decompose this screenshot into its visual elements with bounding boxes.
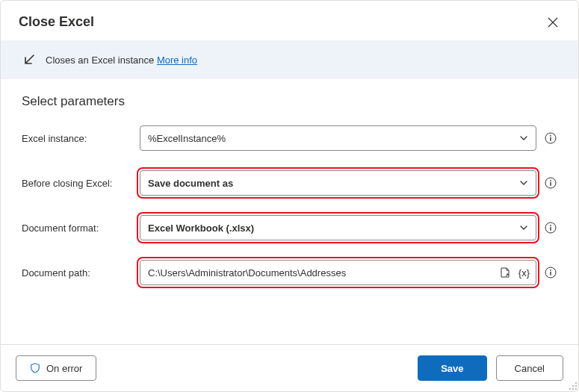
- row-document-format: Document format: Excel Workbook (.xlsx): [22, 215, 557, 240]
- variable-picker-icon[interactable]: {x}: [518, 267, 530, 279]
- svg-point-1: [550, 135, 551, 137]
- close-button[interactable]: [545, 15, 560, 30]
- svg-point-4: [550, 180, 551, 181]
- excel-instance-select[interactable]: %ExcelInstance%: [140, 125, 536, 151]
- section-title: Select parameters: [22, 94, 557, 109]
- label-document-path: Document path:: [22, 267, 132, 279]
- label-document-format: Document format:: [22, 223, 132, 234]
- banner-description: Closes an Excel instance: [46, 55, 154, 66]
- svg-rect-8: [550, 227, 551, 231]
- shield-icon: [30, 363, 40, 373]
- svg-point-7: [550, 225, 551, 226]
- row-before-closing: Before closing Excel: Save document as: [22, 170, 557, 196]
- before-closing-value: Save document as: [148, 178, 233, 189]
- more-info-link[interactable]: More info: [157, 55, 197, 66]
- save-label: Save: [441, 363, 463, 374]
- info-icon-document-format[interactable]: [544, 221, 557, 234]
- document-format-value: Excel Workbook (.xlsx): [148, 223, 254, 234]
- info-circle-icon: [545, 132, 557, 144]
- close-excel-dialog: Close Excel Closes an Excel instance Mor…: [0, 0, 579, 392]
- svg-point-16: [572, 388, 574, 390]
- dialog-title: Close Excel: [19, 14, 94, 30]
- svg-point-15: [569, 388, 571, 390]
- field-wrap-before-closing: Save document as: [140, 170, 536, 196]
- svg-rect-2: [550, 137, 551, 141]
- path-icons: {x}: [499, 267, 530, 279]
- info-circle-icon: [545, 222, 557, 234]
- info-banner: Closes an Excel instance More info: [1, 40, 578, 79]
- label-before-closing: Before closing Excel:: [22, 178, 132, 189]
- resize-grip-icon[interactable]: [569, 382, 578, 391]
- excel-instance-value: %ExcelInstance%: [148, 133, 226, 144]
- row-document-path: Document path: C:\Users\Administrator\Do…: [22, 260, 557, 285]
- info-icon-document-path[interactable]: [544, 266, 557, 279]
- svg-rect-11: [550, 272, 551, 276]
- svg-point-13: [572, 385, 574, 387]
- document-format-select[interactable]: Excel Workbook (.xlsx): [140, 215, 536, 240]
- field-wrap-excel-instance: %ExcelInstance%: [140, 125, 536, 151]
- svg-point-14: [575, 385, 577, 387]
- chevron-down-icon: [519, 134, 528, 143]
- info-circle-icon: [545, 267, 557, 279]
- chevron-down-icon: [519, 223, 528, 232]
- info-icon-before-closing[interactable]: [544, 176, 557, 190]
- info-icon-excel-instance[interactable]: [544, 131, 557, 145]
- dialog-header: Close Excel: [1, 1, 578, 40]
- svg-point-17: [575, 388, 577, 390]
- chevron-down-icon: [519, 178, 528, 187]
- svg-point-12: [575, 382, 577, 384]
- banner-text: Closes an Excel instance More info: [46, 55, 197, 66]
- footer-right: Save Cancel: [418, 355, 563, 381]
- dialog-footer: On error Save Cancel: [1, 344, 578, 391]
- svg-point-10: [550, 270, 551, 271]
- dialog-content: Select parameters Excel instance: %Excel…: [1, 79, 578, 344]
- document-path-input[interactable]: C:\Users\Administrator\Documents\Address…: [140, 260, 536, 285]
- save-button[interactable]: Save: [418, 355, 486, 381]
- label-excel-instance: Excel instance:: [22, 133, 132, 144]
- on-error-label: On error: [46, 363, 82, 374]
- document-path-value: C:\Users\Administrator\Documents\Address…: [148, 267, 346, 279]
- arrow-down-left-icon: [22, 52, 37, 67]
- on-error-button[interactable]: On error: [16, 355, 96, 381]
- field-wrap-document-format: Excel Workbook (.xlsx): [140, 215, 536, 240]
- cancel-button[interactable]: Cancel: [496, 355, 563, 381]
- cancel-label: Cancel: [515, 363, 545, 374]
- row-excel-instance: Excel instance: %ExcelInstance%: [22, 125, 557, 151]
- before-closing-select[interactable]: Save document as: [140, 170, 536, 196]
- svg-rect-5: [550, 182, 551, 186]
- file-picker-icon[interactable]: [499, 267, 511, 279]
- close-icon: [548, 17, 558, 28]
- info-circle-icon: [545, 177, 557, 189]
- field-wrap-document-path: C:\Users\Administrator\Documents\Address…: [140, 260, 536, 285]
